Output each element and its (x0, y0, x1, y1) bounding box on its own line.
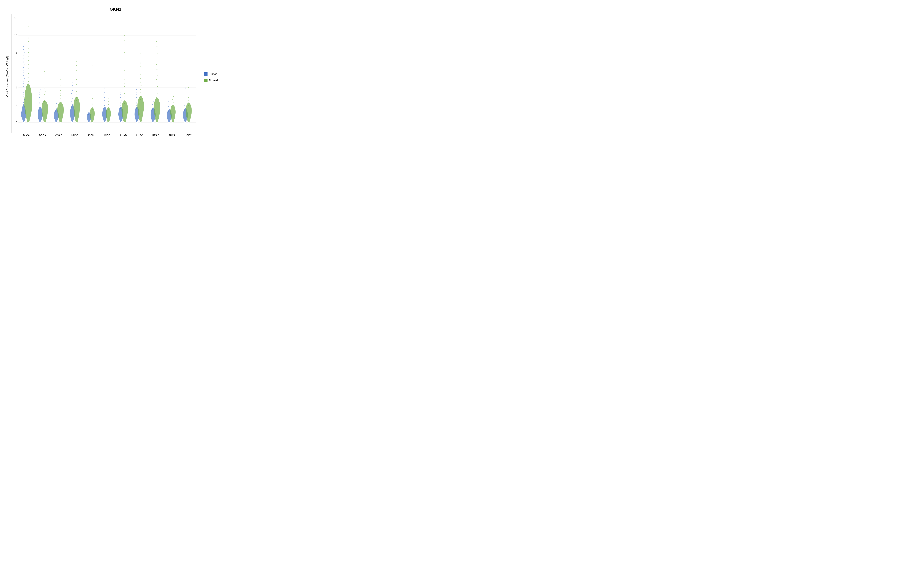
x-label-kirc: KIRC (99, 134, 115, 137)
svg-point-20 (23, 97, 24, 97)
x-label-coad: COAD (51, 134, 67, 137)
svg-point-142 (121, 92, 121, 92)
svg-point-47 (28, 56, 29, 57)
svg-point-172 (141, 74, 141, 75)
svg-point-137 (121, 105, 121, 106)
svg-point-83 (60, 90, 61, 90)
svg-point-126 (103, 94, 104, 95)
svg-point-58 (39, 103, 40, 103)
y-axis-label: mRNA Expression (RNASeq V2, log2) (4, 14, 11, 140)
svg-point-143 (124, 103, 125, 104)
svg-point-159 (136, 103, 137, 103)
svg-point-214 (188, 103, 189, 103)
svg-text:6: 6 (16, 69, 17, 71)
svg-point-161 (136, 97, 137, 98)
svg-point-212 (185, 88, 186, 89)
svg-point-80 (60, 98, 61, 99)
svg-text:12: 12 (15, 16, 17, 19)
svg-point-37 (23, 49, 24, 50)
svg-point-82 (60, 93, 61, 93)
svg-point-123 (104, 103, 105, 103)
svg-point-147 (125, 90, 126, 90)
svg-point-75 (56, 108, 57, 109)
svg-point-133 (108, 98, 109, 99)
svg-point-153 (124, 40, 125, 41)
x-label-brca: BRCA (34, 134, 51, 137)
svg-point-178 (152, 110, 153, 110)
svg-point-43 (28, 73, 29, 74)
svg-point-174 (140, 63, 141, 63)
svg-point-38 (23, 46, 24, 47)
svg-text:4: 4 (16, 86, 17, 89)
x-label-blca: BLCA (18, 134, 34, 137)
svg-point-34 (23, 58, 24, 59)
svg-point-194 (156, 41, 157, 42)
svg-point-190 (157, 69, 157, 70)
svg-point-19 (24, 99, 25, 100)
svg-point-44 (29, 68, 29, 69)
svg-point-116 (92, 101, 92, 102)
svg-point-127 (104, 92, 105, 92)
svg-point-30 (24, 70, 24, 71)
svg-point-103 (76, 84, 77, 85)
svg-point-97 (72, 82, 73, 83)
svg-point-171 (140, 78, 141, 79)
x-label-luad: LUAD (115, 134, 131, 137)
svg-point-129 (108, 110, 109, 110)
svg-point-218 (188, 87, 189, 88)
svg-point-46 (28, 60, 29, 61)
svg-point-122 (104, 105, 105, 106)
svg-point-111 (88, 114, 89, 114)
svg-point-124 (104, 100, 105, 101)
svg-point-41 (28, 81, 29, 82)
svg-point-198 (169, 109, 170, 110)
svg-point-24 (23, 86, 24, 87)
svg-point-98 (76, 100, 77, 101)
svg-point-151 (124, 70, 125, 71)
svg-point-25 (24, 83, 24, 84)
svg-point-132 (108, 101, 108, 102)
x-label-thca: THCA (164, 134, 180, 137)
svg-point-139 (121, 100, 121, 101)
svg-point-68 (45, 91, 45, 92)
svg-point-128 (104, 88, 105, 89)
svg-point-185 (156, 90, 157, 90)
x-label-hnsc: HNSC (67, 134, 83, 137)
svg-point-89 (72, 104, 73, 105)
x-label-lusc: LUSC (132, 134, 148, 137)
x-label-ucec: UCEC (180, 134, 196, 137)
svg-point-106 (76, 70, 77, 71)
chart-title: GKN1 (4, 3, 227, 14)
svg-point-157 (136, 108, 137, 109)
svg-point-145 (124, 97, 125, 97)
svg-point-193 (157, 46, 157, 47)
svg-point-90 (71, 101, 72, 102)
svg-point-91 (72, 98, 73, 99)
svg-point-215 (189, 100, 189, 101)
svg-point-163 (136, 92, 137, 92)
svg-point-85 (60, 79, 61, 80)
svg-point-104 (76, 79, 77, 80)
svg-point-113 (92, 110, 93, 110)
svg-point-204 (173, 102, 173, 103)
svg-point-70 (44, 71, 45, 71)
svg-point-121 (103, 108, 104, 109)
svg-text:10: 10 (15, 34, 17, 37)
svg-point-22 (23, 92, 24, 92)
svg-point-144 (124, 100, 125, 101)
svg-point-32 (24, 64, 24, 65)
legend-label-tumor: Tumor (209, 73, 217, 76)
svg-point-158 (136, 105, 137, 106)
svg-point-52 (28, 38, 29, 39)
svg-point-28 (23, 76, 24, 76)
svg-point-79 (60, 102, 60, 102)
svg-point-77 (56, 103, 57, 104)
svg-point-21 (24, 94, 24, 95)
svg-point-69 (44, 88, 45, 89)
svg-point-102 (77, 88, 78, 89)
svg-point-23 (24, 89, 24, 90)
svg-point-50 (28, 45, 29, 45)
svg-text:2: 2 (16, 103, 17, 106)
svg-point-125 (104, 97, 105, 98)
svg-point-162 (136, 94, 137, 95)
